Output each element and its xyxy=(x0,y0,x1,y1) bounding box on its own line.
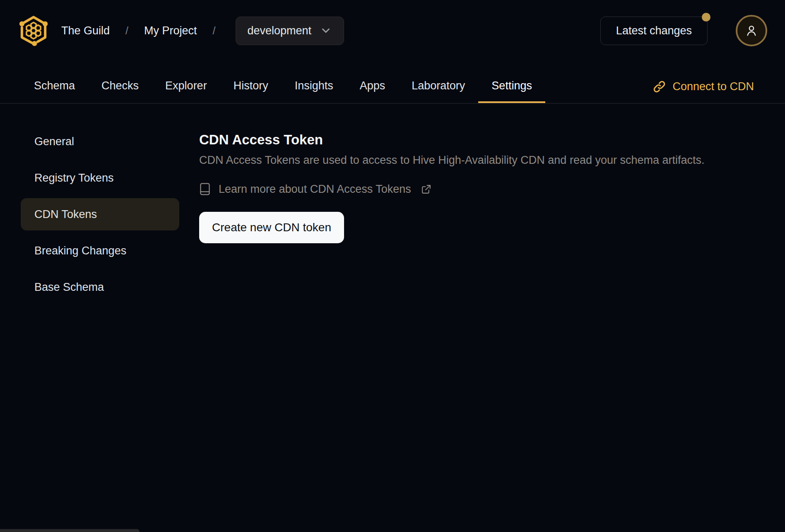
target-selector-dropdown[interactable]: development xyxy=(236,17,344,45)
settings-sidebar: General Registry Tokens CDN Tokens Break… xyxy=(0,104,179,307)
sidebar-item-general[interactable]: General xyxy=(21,125,179,158)
latest-changes-label: Latest changes xyxy=(616,24,692,37)
breadcrumb-separator: / xyxy=(125,25,128,37)
app-header: The Guild / My Project / development Lat… xyxy=(0,0,785,70)
page-title: CDN Access Token xyxy=(199,131,705,149)
target-selector-value: development xyxy=(248,24,312,37)
connect-to-cdn-label: Connect to CDN xyxy=(672,80,754,93)
latest-changes-button[interactable]: Latest changes xyxy=(600,17,708,45)
main-content: CDN Access Token CDN Access Tokens are u… xyxy=(179,104,705,243)
create-cdn-token-button[interactable]: Create new CDN token xyxy=(199,212,344,243)
chevron-down-icon xyxy=(320,24,332,37)
user-menu-button[interactable] xyxy=(736,15,767,46)
tab-insights[interactable]: Insights xyxy=(282,70,347,103)
bottom-overlay-bar xyxy=(0,529,140,532)
tab-settings[interactable]: Settings xyxy=(478,70,545,103)
tab-laboratory[interactable]: Laboratory xyxy=(398,70,478,103)
sidebar-item-base-schema[interactable]: Base Schema xyxy=(21,271,179,303)
main-navbar: Schema Checks Explorer History Insights … xyxy=(0,70,785,104)
hive-logo[interactable] xyxy=(18,14,49,47)
link-icon xyxy=(653,80,666,93)
learn-more-label: Learn more about CDN Access Tokens xyxy=(219,183,411,196)
learn-more-link[interactable]: Learn more about CDN Access Tokens xyxy=(199,182,705,196)
external-link-icon xyxy=(421,184,431,194)
tab-history[interactable]: History xyxy=(220,70,282,103)
page-description: CDN Access Tokens are used to access to … xyxy=(199,153,705,168)
tab-explorer[interactable]: Explorer xyxy=(152,70,220,103)
tab-checks[interactable]: Checks xyxy=(88,70,152,103)
connect-to-cdn-link[interactable]: Connect to CDN xyxy=(653,70,754,103)
breadcrumb: The Guild / My Project / xyxy=(61,24,231,37)
breadcrumb-org[interactable]: The Guild xyxy=(61,24,110,37)
user-icon xyxy=(744,23,759,38)
sidebar-item-cdn-tokens[interactable]: CDN Tokens xyxy=(21,198,179,230)
page-body: General Registry Tokens CDN Tokens Break… xyxy=(0,104,785,307)
sidebar-item-registry-tokens[interactable]: Registry Tokens xyxy=(21,162,179,194)
breadcrumb-separator: / xyxy=(213,25,216,37)
notification-dot xyxy=(702,13,710,22)
book-icon xyxy=(199,182,211,196)
breadcrumb-project[interactable]: My Project xyxy=(144,24,197,37)
header-right-group: Latest changes xyxy=(600,15,767,46)
nav-tabs: Schema Checks Explorer History Insights … xyxy=(21,70,545,103)
tab-schema[interactable]: Schema xyxy=(21,70,88,103)
tab-apps[interactable]: Apps xyxy=(347,70,399,103)
sidebar-item-breaking-changes[interactable]: Breaking Changes xyxy=(21,235,179,267)
